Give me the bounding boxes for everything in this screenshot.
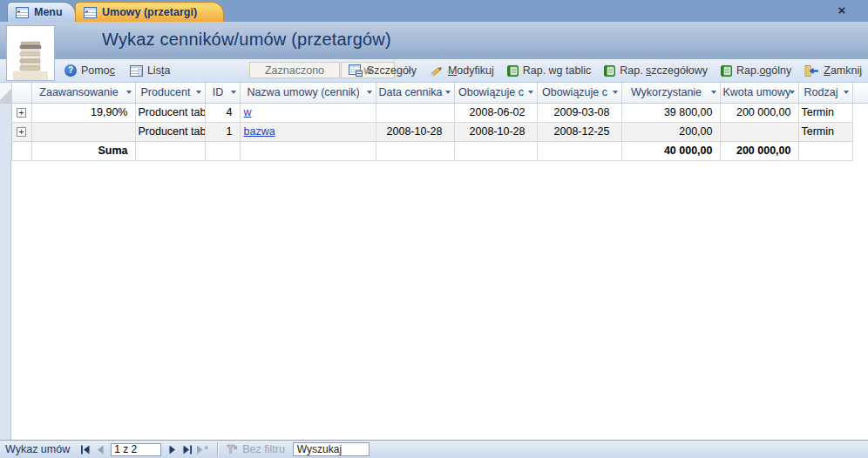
chevron-down-icon[interactable] xyxy=(528,91,533,94)
tab-menu[interactable]: Menu xyxy=(7,2,76,22)
cell-obowiazuje-do[interactable]: 2008-12-25 xyxy=(537,122,621,141)
cell-rodzaj[interactable]: Termin xyxy=(798,103,852,122)
cell-wykorzystanie[interactable]: 39 800,00 xyxy=(621,103,720,122)
first-record-button[interactable] xyxy=(78,443,92,456)
sum-label: Suma xyxy=(31,141,135,160)
cell-id[interactable]: 4 xyxy=(205,103,240,122)
cell-nazwa-umowy: bazwa xyxy=(240,122,376,141)
record-indicator[interactable]: 1 z 2 xyxy=(111,443,161,456)
chevron-down-icon[interactable] xyxy=(231,91,236,94)
expand-plus-icon[interactable]: + xyxy=(17,108,26,118)
pencil-icon xyxy=(430,65,444,77)
chevron-down-icon[interactable] xyxy=(844,91,849,94)
chevron-down-icon[interactable] xyxy=(790,91,795,94)
form-header: Wykaz cenników/umów (przetargów) xyxy=(0,22,868,59)
button-label: Rap.ogólny xyxy=(736,64,791,77)
chevron-down-icon[interactable] xyxy=(367,91,372,94)
col-header-producent[interactable]: Producent xyxy=(135,83,205,103)
umowy-table: Zaawansowanie Producent ID Nazwa umowy (… xyxy=(0,83,868,161)
cell-obowiazuje-od[interactable]: 2008-10-28 xyxy=(454,122,537,141)
search-input[interactable] xyxy=(293,442,370,456)
form-icon xyxy=(84,7,97,18)
navigator-label: Wykaz umów xyxy=(5,443,70,455)
zaznaczono-label-box: Zaznaczono xyxy=(249,62,340,78)
chevron-down-icon[interactable] xyxy=(196,91,201,94)
datasheet: Zaawansowanie Producent ID Nazwa umowy (… xyxy=(0,83,868,440)
report-icon xyxy=(721,65,732,77)
zamknij-button[interactable]: Zamknij xyxy=(804,64,862,77)
cell-kwota-umowy[interactable] xyxy=(720,122,798,141)
button-label: Szczegóły xyxy=(367,64,417,77)
col-header-wykorzystanie[interactable]: Wykorzystanie xyxy=(621,83,720,103)
expand-cell: + xyxy=(11,122,31,141)
toolbar: ? Pomoc Lista Zaznaczono w xyxy=(0,59,868,83)
rap-wg-tablic-button[interactable]: Rap. wg tablic xyxy=(507,64,592,77)
expand-plus-icon[interactable]: + xyxy=(17,127,26,137)
last-record-button[interactable] xyxy=(180,443,194,456)
list-form-icon xyxy=(130,65,143,77)
cell-obowiazuje-do[interactable]: 2009-03-08 xyxy=(537,103,621,122)
page-title: Wykaz cenników/umów (przetargów) xyxy=(102,30,391,50)
col-header-zaawansowanie[interactable]: Zaawansowanie xyxy=(31,83,135,103)
filter-button[interactable]: Bez filtru xyxy=(226,443,285,455)
cell-id[interactable]: 1 xyxy=(205,122,240,141)
table-row: + Producent tab 1 bazwa 2008-10-28 2008-… xyxy=(0,122,868,141)
tab-label: Menu xyxy=(34,6,63,18)
cell-producent[interactable]: Producent tab xyxy=(135,122,205,141)
expand-cell: + xyxy=(11,103,31,122)
first-record-icon xyxy=(80,445,91,455)
col-header-obowiazuje-od[interactable]: Obowiązuje c xyxy=(454,83,537,103)
chevron-down-icon[interactable] xyxy=(711,91,716,94)
rap-ogolny-button[interactable]: Rap.ogólny xyxy=(721,64,791,77)
button-label: Lista xyxy=(147,64,170,77)
chevron-down-icon[interactable] xyxy=(613,91,618,94)
cell-zaawansowanie[interactable]: 19,90% xyxy=(31,103,135,122)
close-icon[interactable]: × xyxy=(833,2,851,19)
cell-data-cennika[interactable]: 2008-10-28 xyxy=(376,122,454,141)
sum-row: Suma 40 000,00 200 000,00 xyxy=(0,141,868,160)
next-record-button[interactable] xyxy=(165,443,180,456)
cell-producent[interactable]: Producent tab xyxy=(135,103,205,122)
button-label: Zamknij xyxy=(824,64,862,77)
record-selector[interactable] xyxy=(0,103,11,122)
modyfikuj-button[interactable]: Modyfikuj xyxy=(430,64,494,77)
select-all-corner[interactable] xyxy=(0,83,11,103)
toolbar-left-group: ? Pomoc Lista xyxy=(64,59,170,82)
cell-kwota-umowy[interactable]: 200 000,00 xyxy=(720,103,798,122)
access-window: Menu Umowy (przetargi) × Wykaz cenników/… xyxy=(0,0,868,458)
record-link[interactable]: w xyxy=(244,106,252,118)
cell-data-cennika[interactable] xyxy=(376,103,454,122)
tab-umowy-przetargi[interactable]: Umowy (przetargi) xyxy=(75,2,224,22)
previous-record-button[interactable] xyxy=(92,443,107,456)
filler-header xyxy=(852,83,868,103)
new-record-icon xyxy=(196,445,204,455)
status-bar: Wykaz umów 1 z 2 xyxy=(0,440,868,458)
button-label: Rap. szczegółowy xyxy=(620,64,708,77)
col-header-data-cennika[interactable]: Data cennika xyxy=(376,83,454,103)
record-selector[interactable] xyxy=(0,122,11,141)
button-label: Modyfikuj xyxy=(448,64,494,77)
cell-rodzaj[interactable]: Termin xyxy=(798,122,852,141)
col-header-id[interactable]: ID xyxy=(205,83,240,103)
col-header-rodzaj[interactable]: Rodzaj xyxy=(798,83,852,103)
stacked-papers-logo xyxy=(6,25,55,81)
cell-wykorzystanie[interactable]: 200,00 xyxy=(621,122,720,141)
new-record-button[interactable]: * xyxy=(194,443,209,456)
chevron-down-icon[interactable] xyxy=(126,91,132,94)
col-header-nazwa-umowy[interactable]: Nazwa umowy (cennik) xyxy=(240,83,376,103)
lista-button[interactable]: Lista xyxy=(130,64,170,77)
col-header-kwota-umowy[interactable]: Kwota umowy xyxy=(720,83,798,103)
report-icon xyxy=(507,65,519,77)
filter-funnel-icon xyxy=(226,444,238,455)
record-link[interactable]: bazwa xyxy=(244,125,275,138)
button-label: Pomoc xyxy=(81,64,115,77)
toolbar-right-group: Szczegóły Modyfikuj xyxy=(349,59,862,82)
pomoc-button[interactable]: ? Pomoc xyxy=(64,64,115,77)
szczegoly-button[interactable]: Szczegóły xyxy=(349,64,417,77)
chevron-down-icon[interactable] xyxy=(445,91,451,94)
cell-zaawansowanie[interactable] xyxy=(31,122,135,141)
col-header-obowiazuje-do[interactable]: Obowiązuje c xyxy=(537,83,621,103)
rap-szczegolowy-button[interactable]: Rap. szczegółowy xyxy=(604,64,708,77)
exit-door-icon xyxy=(804,65,819,77)
cell-obowiazuje-od[interactable]: 2008-06-02 xyxy=(454,103,537,122)
